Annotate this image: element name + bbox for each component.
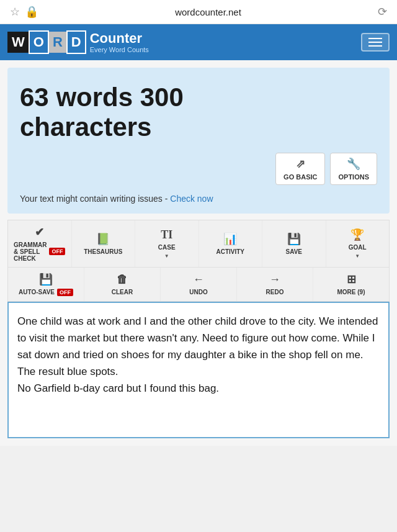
activity-button[interactable]: 📊 ACTIVITY: [199, 220, 263, 267]
logo-r: R: [49, 32, 66, 53]
stats-actions: ⇗ GO BASIC 🔧 OPTIONS: [20, 153, 377, 185]
toolbar: ✔ GRAMMAR & SPELL CHECK OFF 📗 THESAURUS …: [7, 220, 390, 302]
url-bar[interactable]: wordcounter.net: [38, 7, 378, 17]
refresh-icon[interactable]: ⟳: [378, 5, 387, 19]
toolbar-row-2: 💾 AUTO-SAVE OFF 🗑 CLEAR ← UNDO →: [8, 268, 389, 301]
writing-issues: Your text might contain writing issues -…: [20, 194, 377, 204]
logo-counter: Counter: [90, 31, 149, 46]
logo-tagline: Every Word Counts: [90, 46, 149, 53]
page-content: 63 words 300 characters ⇗ GO BASIC 🔧 OPT…: [0, 60, 397, 446]
text-content[interactable]: One child was at work and I and the othe…: [17, 313, 380, 397]
logo[interactable]: W O R D Counter Every Word Counts: [7, 30, 149, 54]
status-right: ⟳: [378, 5, 387, 19]
status-left: ☆ 🔒: [10, 5, 38, 19]
stats-section: 63 words 300 characters ⇗ GO BASIC 🔧 OPT…: [7, 68, 390, 214]
undo-icon: ←: [193, 273, 204, 286]
goal-button[interactable]: 🏆 GOAL: [326, 220, 390, 267]
char-count-line: characters: [20, 112, 151, 142]
case-button[interactable]: TI CASE: [135, 220, 199, 267]
redo-icon: →: [269, 273, 280, 286]
logo-o: O: [29, 30, 49, 54]
lock-icon: 🔒: [25, 5, 38, 19]
redo-button[interactable]: → REDO: [237, 268, 313, 301]
thesaurus-icon: 📗: [96, 232, 110, 246]
options-button[interactable]: 🔧 OPTIONS: [330, 153, 377, 185]
grammar-label: GRAMMAR & SPELL CHECK OFF: [14, 241, 65, 262]
logo-d: D: [66, 30, 86, 54]
more-button[interactable]: ⊞ MORE (9): [313, 268, 389, 301]
hamburger-line: [368, 45, 382, 47]
hamburger-menu-button[interactable]: [361, 33, 390, 52]
save-button[interactable]: 💾 SAVE: [262, 220, 326, 267]
check-now-link[interactable]: Check now: [170, 194, 213, 204]
auto-save-icon: 💾: [39, 273, 53, 286]
case-icon: TI: [161, 228, 172, 241]
app-header: W O R D Counter Every Word Counts: [0, 24, 397, 60]
activity-icon: 📊: [223, 232, 237, 246]
stats-numbers: 63 words 300 characters: [20, 83, 377, 143]
auto-save-button[interactable]: 💾 AUTO-SAVE OFF: [8, 268, 84, 301]
options-label: OPTIONS: [338, 173, 369, 181]
star-icon[interactable]: ☆: [10, 5, 20, 19]
logo-text: Counter Every Word Counts: [90, 31, 149, 53]
status-bar: ☆ 🔒 wordcounter.net ⟳: [0, 0, 397, 24]
options-icon: 🔧: [347, 157, 360, 171]
auto-save-off-badge: OFF: [57, 289, 73, 296]
grammar-off-badge: OFF: [49, 248, 65, 255]
thesaurus-button[interactable]: 📗 THESAURUS: [72, 220, 136, 267]
clear-icon: 🗑: [117, 273, 128, 286]
checkmark-icon: ✔: [35, 225, 44, 239]
clear-button[interactable]: 🗑 CLEAR: [84, 268, 161, 301]
goal-icon: 🏆: [350, 228, 364, 241]
hamburger-line: [368, 38, 382, 39]
word-count-line: 63 words 300: [20, 83, 184, 112]
undo-button[interactable]: ← UNDO: [161, 268, 237, 301]
go-basic-button[interactable]: ⇗ GO BASIC: [275, 153, 325, 185]
writing-issues-text: Your text might contain writing issues -: [20, 194, 170, 204]
save-icon: 💾: [287, 232, 301, 246]
text-editor[interactable]: One child was at work and I and the othe…: [7, 302, 390, 438]
hamburger-line: [368, 42, 382, 43]
more-icon: ⊞: [347, 273, 356, 286]
go-basic-label: GO BASIC: [283, 173, 317, 181]
logo-w: W: [7, 32, 29, 53]
grammar-spell-check-button[interactable]: ✔ GRAMMAR & SPELL CHECK OFF: [8, 220, 72, 267]
toolbar-row-1: ✔ GRAMMAR & SPELL CHECK OFF 📗 THESAURUS …: [8, 220, 389, 268]
go-basic-icon: ⇗: [296, 157, 305, 171]
